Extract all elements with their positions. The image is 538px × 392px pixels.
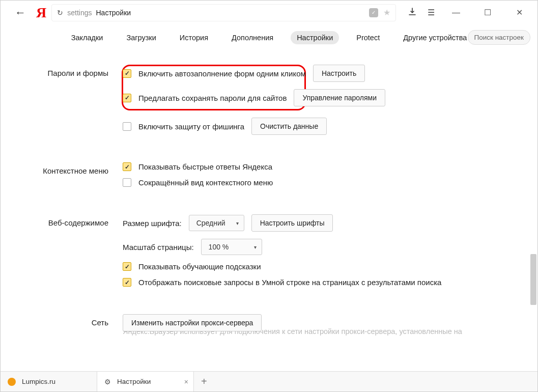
select-font-size[interactable]: Средний ▾ (189, 215, 244, 231)
address-bar[interactable]: ↻ settings Настройки ✓ ★ (51, 4, 396, 21)
nav-addons[interactable]: Дополнения (225, 31, 279, 44)
checkbox-phishing[interactable] (123, 122, 131, 131)
window-close[interactable]: ✕ (509, 8, 529, 17)
window-minimize[interactable]: — (446, 8, 466, 17)
nav-other-devices[interactable]: Другие устройства (397, 31, 473, 44)
button-proxy-settings[interactable]: Изменить настройки прокси-сервера (123, 314, 262, 331)
reload-icon[interactable]: ↻ (57, 9, 63, 17)
new-tab-button[interactable]: + (194, 376, 214, 387)
section-title-net: Сеть (1, 314, 123, 339)
tab-settings[interactable]: ⚙ Настройки × (97, 372, 194, 391)
label-autofill: Включить автозаполнение форм одним клико… (138, 69, 306, 78)
tab-bar: Lumpics.ru ⚙ Настройки × + (1, 371, 537, 391)
button-configure-autofill[interactable]: Настроить (313, 65, 365, 82)
security-badge-icon[interactable]: ✓ (369, 8, 378, 17)
checkbox-hints[interactable] (123, 262, 131, 271)
tab-lumpics[interactable]: Lumpics.ru (1, 372, 97, 391)
select-zoom[interactable]: 100 % ▾ (201, 239, 262, 255)
chevron-down-icon: ▾ (236, 220, 239, 226)
gear-icon: ⚙ (104, 378, 111, 386)
section-passwords: Пароли и формы Включить автозаполнение ф… (1, 65, 537, 142)
checkbox-smartline[interactable] (123, 278, 131, 287)
section-title-context: Контекстное меню (1, 162, 123, 194)
address-prefix: settings (67, 9, 92, 17)
checkbox-autofill[interactable] (123, 69, 131, 78)
label-smartline: Отображать поисковые запросы в Умной стр… (138, 278, 441, 287)
section-web: Веб-содержимое Размер шрифта: Средний ▾ … (1, 214, 537, 294)
address-title: Настройки (96, 9, 131, 17)
menu-icon[interactable]: ☰ (428, 8, 435, 17)
section-context: Контекстное меню Показывать быстрые отве… (1, 162, 537, 194)
label-phishing: Включить защиту от фишинга (138, 122, 244, 131)
nav-settings[interactable]: Настройки (291, 31, 339, 44)
nav-protect[interactable]: Protect (350, 31, 386, 44)
yandex-logo[interactable]: Я (36, 5, 46, 21)
section-title-web: Веб-содержимое (1, 214, 123, 294)
button-manage-passwords[interactable]: Управление паролями (294, 89, 385, 106)
titlebar: ← Я ↻ settings Настройки ✓ ★ ☰ — ☐ ✕ (1, 1, 537, 25)
font-size-value: Средний (196, 219, 225, 227)
tab-title: Lumpics.ru (22, 378, 55, 385)
button-configure-fonts[interactable]: Настроить шрифты (251, 214, 333, 232)
settings-search-button[interactable]: Поиск настроек (468, 30, 531, 45)
nav-downloads[interactable]: Загрузки (120, 31, 162, 44)
label-short-context: Сокращённый вид контекстного меню (138, 178, 273, 187)
favicon-lumpics-icon (8, 378, 16, 386)
checkbox-quick-answers[interactable] (123, 162, 131, 171)
label-zoom: Масштаб страницы: (123, 243, 194, 251)
window-maximize[interactable]: ☐ (477, 8, 498, 17)
scrollbar-thumb[interactable] (530, 254, 536, 305)
label-save-passwords: Предлагать сохранять пароли для сайтов (138, 94, 287, 102)
checkbox-save-passwords[interactable] (123, 94, 131, 102)
settings-content: Пароли и формы Включить автозаполнение ф… (1, 50, 537, 371)
bookmark-star-icon[interactable]: ★ (383, 8, 390, 17)
label-font-size: Размер шрифта: (123, 219, 182, 228)
close-icon[interactable]: × (184, 378, 188, 386)
downloads-icon[interactable] (408, 8, 416, 18)
checkbox-short-context[interactable] (123, 178, 131, 187)
settings-search[interactable]: Поиск настроек (468, 30, 531, 45)
nav-bookmarks[interactable]: Закладки (65, 31, 109, 44)
label-hints: Показывать обучающие подсказки (138, 262, 261, 271)
tab-title: Настройки (117, 378, 151, 385)
label-quick-answers: Показывать быстрые ответы Яндекса (138, 162, 272, 171)
settings-nav: Закладки Загрузки История Дополнения Нас… (1, 25, 537, 50)
chevron-down-icon: ▾ (254, 244, 257, 250)
nav-history[interactable]: История (174, 31, 214, 44)
zoom-value: 100 % (209, 243, 229, 251)
back-button[interactable]: ← (15, 6, 26, 19)
button-clear-data[interactable]: Очистить данные (251, 118, 327, 135)
section-title-passwords: Пароли и формы (1, 65, 123, 142)
